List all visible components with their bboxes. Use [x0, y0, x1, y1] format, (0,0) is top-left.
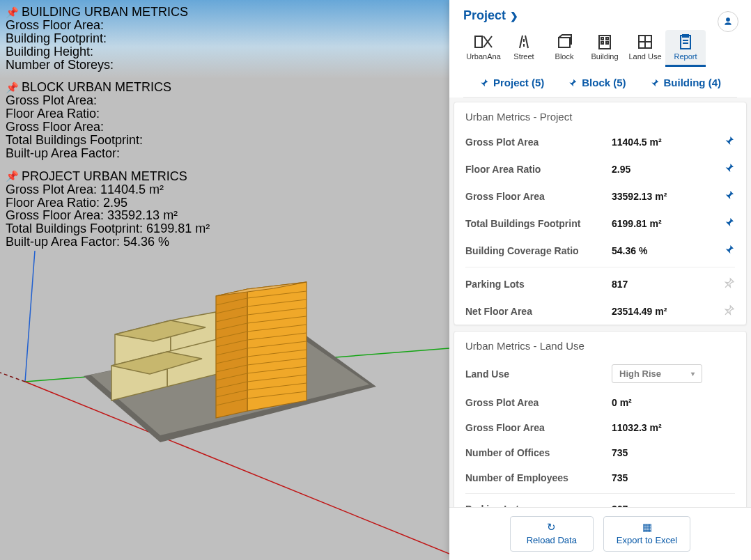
tab-project[interactable]: Project (5): [479, 77, 544, 88]
pin-toggle[interactable]: [718, 217, 735, 230]
tool-street[interactable]: Street: [504, 30, 544, 67]
metric-label: Number of Offices: [465, 447, 612, 458]
metric-value: 11032.3 m²: [612, 422, 735, 433]
tool-label: Building: [591, 52, 618, 61]
pin-icon: [479, 78, 489, 88]
metric-label: Gross Floor Area: [465, 191, 612, 202]
pin-toggle[interactable]: [718, 304, 735, 318]
pin-icon: [724, 217, 735, 228]
hud-line: Total Buildings Footprint:: [6, 134, 210, 147]
landuse-icon: [637, 34, 653, 49]
hud-project-title: PROJECT URBAN METRICS: [22, 170, 187, 183]
metric-label: Parking Lots: [465, 279, 612, 290]
pin-icon: [724, 189, 735, 201]
metric-value: 54.36 %: [612, 245, 718, 256]
hud-line: Gross Floor Area:: [6, 19, 210, 32]
pin-icon: 📌: [6, 82, 19, 93]
select-value: High Rise: [619, 368, 661, 379]
hud-overlay: 📌BUILDING URBAN METRICS Gross Floor Area…: [6, 6, 210, 258]
hud-line: Gross Floor Area: 33592.13 m²: [6, 209, 210, 222]
pin-toggle[interactable]: [718, 277, 735, 290]
metric-label: Gross Floor Area: [465, 422, 612, 433]
block-icon: [557, 34, 572, 49]
metric-value: 817: [612, 279, 718, 290]
pin-outline-icon: [724, 304, 735, 316]
tool-report[interactable]: Report: [665, 30, 706, 67]
svg-rect-53: [606, 42, 608, 44]
metric-label: Land Use: [465, 368, 612, 380]
pin-toggle[interactable]: [718, 189, 735, 203]
reload-data-button[interactable]: ↻ Reload Data: [510, 516, 594, 552]
panel-footer: ↻ Reload Data ▦ Export to Excel: [449, 507, 751, 560]
divider: [465, 267, 735, 267]
hud-building-title: BUILDING URBAN METRICS: [22, 6, 188, 19]
tool-urbanana[interactable]: UrbanAna: [463, 30, 504, 67]
hud-line: Built-up Area Factor: 54.36 %: [6, 235, 210, 249]
tab-label: Building (4): [664, 77, 722, 88]
divider: [465, 493, 735, 494]
pin-icon: 📌: [6, 171, 19, 182]
breadcrumb[interactable]: Project ❯: [463, 8, 737, 23]
pin-outline-icon: [724, 277, 735, 288]
metric-value: 6199.81 m²: [612, 218, 718, 229]
metric-label: Net Floor Area: [465, 306, 612, 317]
hud-line: Built-up Area Factor:: [6, 147, 210, 160]
user-avatar[interactable]: [718, 11, 738, 32]
svg-marker-13: [216, 289, 247, 418]
panel-body[interactable]: Urban Metrics - Project Gross Plot Area1…: [449, 98, 751, 507]
metric-row: Parking Lots367: [454, 497, 746, 507]
street-icon: [516, 34, 532, 49]
tab-block[interactable]: Block (5): [568, 77, 626, 88]
pin-icon: [724, 244, 735, 255]
hud-block-metrics: 📌BLOCK URBAN METRICS Gross Plot Area: Fl…: [6, 81, 210, 160]
metric-row: Number of Offices735: [454, 440, 746, 465]
pin-icon: [650, 78, 660, 88]
metric-value: 23514.49 m²: [612, 306, 718, 317]
tool-building[interactable]: Building: [584, 30, 625, 67]
landuse-select[interactable]: High Rise ▾: [612, 364, 702, 383]
metric-label: Total Buildings Footprint: [465, 218, 612, 229]
pin-icon: 📌: [6, 7, 19, 18]
building-icon: [598, 34, 612, 49]
pin-toggle[interactable]: [718, 244, 735, 257]
hud-line: Floor Area Ratio: 2.95: [6, 196, 210, 210]
hud-line: Building Footprint:: [6, 32, 210, 45]
hud-line: Floor Area Ratio:: [6, 107, 210, 120]
building-model-3d: [77, 265, 383, 446]
svg-rect-58: [683, 34, 688, 37]
hud-line: Total Buildings Footprint: 6199.81 m²: [6, 222, 210, 235]
card-project-metrics: Urban Metrics - Project Gross Plot Area1…: [454, 102, 747, 325]
metric-row: Gross Plot Area0 m²: [454, 390, 746, 415]
pin-toggle[interactable]: [718, 162, 735, 176]
metric-value: 735: [612, 447, 735, 458]
grid-icon: ▦: [642, 521, 652, 534]
reload-icon: ↻: [547, 521, 556, 534]
button-label: Export to Excel: [617, 535, 677, 545]
metric-value: 11404.5 m²: [612, 137, 718, 148]
metric-value: 2.95: [612, 164, 718, 175]
metric-label: Number of Employees: [465, 472, 612, 483]
card-title: Urban Metrics - Project: [454, 102, 746, 128]
metric-value: 0 m²: [612, 397, 735, 408]
metric-label: Building Coverage Ratio: [465, 245, 612, 256]
pin-icon: [724, 135, 735, 146]
tool-label: Block: [555, 52, 574, 61]
metric-row: Gross Floor Area33592.13 m²: [454, 182, 746, 210]
hud-line: Number of Storeys:: [6, 59, 210, 72]
svg-line-0: [25, 251, 35, 382]
count-tabs: Project (5) Block (5) Building (4): [463, 67, 737, 98]
metric-label: Gross Plot Area: [465, 397, 612, 408]
tool-block[interactable]: Block: [544, 30, 584, 67]
pin-icon: [568, 78, 578, 88]
svg-rect-52: [601, 42, 603, 44]
tool-landuse[interactable]: Land Use: [625, 30, 665, 67]
export-excel-button[interactable]: ▦ Export to Excel: [603, 516, 690, 552]
tab-building[interactable]: Building (4): [650, 77, 722, 88]
card-title: Urban Metrics - Land Use: [454, 332, 746, 357]
user-icon: [723, 17, 733, 26]
metric-value: 33592.13 m²: [612, 191, 718, 202]
report-icon: [679, 34, 692, 49]
pin-toggle[interactable]: [718, 135, 735, 148]
hud-line: Building Height:: [6, 45, 210, 59]
metric-row: Land Use High Rise ▾: [454, 357, 746, 390]
